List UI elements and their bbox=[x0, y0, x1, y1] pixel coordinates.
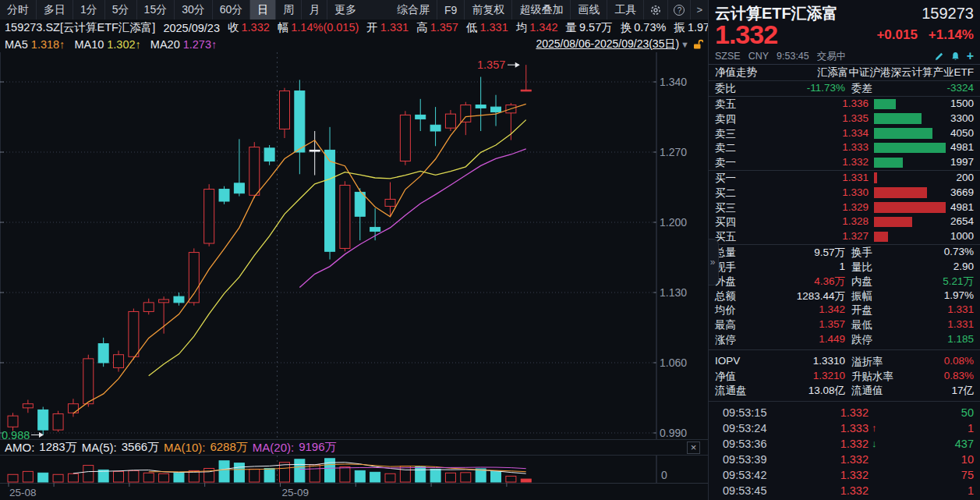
tab-15min[interactable]: 15分 bbox=[136, 0, 175, 20]
candlestick-svg: 1.3401.2701.2001.1301.0600.9901.3570.988 bbox=[0, 52, 708, 439]
menu-f9[interactable]: F9 bbox=[437, 0, 464, 20]
svg-text:1.357: 1.357 bbox=[477, 59, 505, 71]
tick-row: 09:53:421.33275 bbox=[709, 468, 980, 484]
tab-30min[interactable]: 30分 bbox=[174, 0, 212, 20]
volume-pane[interactable]: 0 bbox=[0, 456, 708, 483]
bid1-price[interactable]: 1.331 bbox=[798, 172, 869, 183]
add-plus-icon[interactable]: + bbox=[967, 51, 974, 61]
bid3-price[interactable]: 1.329 bbox=[798, 201, 869, 213]
volume-pair: 量9.57万 bbox=[566, 20, 613, 35]
bid-row-2[interactable]: 买二1.3303669 bbox=[709, 186, 980, 200]
alert-bell-icon[interactable] bbox=[950, 51, 961, 62]
tab-5min[interactable]: 5分 bbox=[104, 0, 136, 20]
stats-row: 外盘4.36万内盘5.21万 bbox=[709, 274, 980, 289]
dropdown-arrow-icon[interactable]: ▼ bbox=[681, 40, 689, 49]
menu-composite-screen[interactable]: 综合屏 bbox=[390, 0, 437, 20]
ask1-volume: 1997 bbox=[950, 156, 974, 168]
ask-row-3[interactable]: 卖三1.3344050 bbox=[709, 126, 980, 141]
edit-pencil-icon[interactable] bbox=[934, 51, 944, 62]
bid3-volume: 4981 bbox=[950, 201, 974, 213]
amplitude-pair: 振1.97% bbox=[674, 20, 708, 35]
menu-tools[interactable]: 工具 bbox=[607, 0, 643, 20]
volume-indicator-row: AMO: 1283万 MA(5): 3566万 MA(10): 6288万 MA… bbox=[0, 439, 708, 456]
stats-row: 最高1.357最低1.331 bbox=[709, 317, 980, 332]
ask-row-4[interactable]: 卖四1.3353300 bbox=[709, 112, 980, 126]
bid2-price[interactable]: 1.330 bbox=[798, 186, 869, 198]
float-row: 流通盘13.08亿流通值17亿 bbox=[709, 383, 980, 398]
date-range-selector[interactable]: 2025/08/06-2025/09/23(35日) bbox=[536, 37, 679, 51]
ask2-price[interactable]: 1.333 bbox=[798, 141, 869, 153]
bid-row-5[interactable]: 买五1.3271000 bbox=[709, 229, 980, 244]
bid5-price[interactable]: 1.327 bbox=[798, 230, 869, 242]
svg-text:1.130: 1.130 bbox=[660, 286, 687, 299]
avg-pair: 均1.342 bbox=[516, 20, 558, 35]
currency-label: CNY bbox=[748, 51, 769, 62]
bid-row-4[interactable]: 买四1.3282654 bbox=[709, 215, 980, 229]
bid-row-3[interactable]: 买三1.3294981 bbox=[709, 200, 980, 215]
nav-trend-label[interactable]: 净值走势 bbox=[715, 66, 757, 80]
svg-text:1.270: 1.270 bbox=[660, 146, 687, 158]
ask5-volume: 1500 bbox=[950, 98, 974, 109]
bid4-volume-bar bbox=[874, 217, 912, 228]
stats-row: 均价1.342开盘1.331 bbox=[709, 303, 980, 317]
low-pair: 低1.331 bbox=[466, 20, 508, 35]
tab-daily[interactable]: 日 bbox=[249, 0, 275, 20]
stats-row: 总额1283.44万振幅1.97% bbox=[709, 289, 980, 303]
bid-row-1[interactable]: 买一1.331200 bbox=[709, 171, 980, 186]
tab-60min[interactable]: 60分 bbox=[212, 0, 250, 20]
turnover-pair: 换0.73% bbox=[621, 20, 667, 35]
tab-duori[interactable]: 多日 bbox=[36, 0, 73, 20]
menu-draw-line[interactable]: 画线 bbox=[570, 0, 607, 20]
bid4-label: 买四 bbox=[715, 215, 736, 229]
change-pair: 幅1.14%(0.015) bbox=[278, 20, 359, 35]
chart-pane: 分时 多日 1分 5分 15分 30分 60分 日 周 月 更多 综合屏 F9 … bbox=[0, 0, 708, 500]
up-arrow-icon: ↑ bbox=[872, 422, 877, 434]
ma20-label: MA20 bbox=[150, 38, 180, 51]
ask4-price[interactable]: 1.335 bbox=[798, 112, 869, 124]
down-arrow-icon: ↓ bbox=[872, 438, 877, 449]
tab-more[interactable]: 更多 bbox=[327, 0, 363, 20]
settings-gear-icon[interactable] bbox=[643, 0, 667, 20]
bid2-label: 买二 bbox=[715, 186, 736, 200]
unlock-icon[interactable] bbox=[692, 39, 703, 50]
tick-row: 09:53:451.3321 bbox=[709, 484, 980, 499]
ask5-price[interactable]: 1.336 bbox=[798, 98, 869, 109]
stats-row: 涨停1.449跌停1.185 bbox=[709, 332, 980, 347]
ask1-price[interactable]: 1.332 bbox=[798, 156, 869, 168]
menu-super-overlay[interactable]: 超级叠加 bbox=[511, 0, 570, 20]
bid3-label: 买三 bbox=[715, 201, 736, 215]
help-icon[interactable]: ? bbox=[667, 0, 690, 20]
amo-value: 1283万 bbox=[39, 440, 76, 455]
main-candlestick-chart[interactable]: 1.3401.2701.2001.1301.0600.9901.3570.988 bbox=[0, 52, 708, 439]
ma20-value: 1.273↑ bbox=[183, 38, 218, 51]
svg-text:1.060: 1.060 bbox=[660, 356, 687, 369]
quote-time: 9:53:45 bbox=[777, 51, 809, 62]
symbol-label: 159273.SZ[云计算ETF汇添富] bbox=[5, 20, 155, 35]
bid4-price[interactable]: 1.328 bbox=[798, 215, 869, 227]
session-date: 2025/09/23 bbox=[163, 22, 220, 34]
ma5-label: MA5 bbox=[5, 38, 28, 51]
vol-ma10-value: 6288万 bbox=[210, 440, 247, 455]
chevron-right-icon[interactable]: > bbox=[690, 0, 708, 20]
iopv-row: IOPV1.3310溢折率0.08% bbox=[709, 354, 980, 369]
vol-ma20-label: MA(20): bbox=[253, 441, 294, 454]
tab-weekly[interactable]: 周 bbox=[275, 0, 301, 20]
tab-1min[interactable]: 1分 bbox=[73, 0, 104, 20]
ma10-label: MA10 bbox=[74, 38, 104, 51]
close-indicator-icon[interactable]: × bbox=[687, 441, 700, 454]
ask1-label: 卖一 bbox=[715, 156, 736, 170]
period-toolbar: 分时 多日 1分 5分 15分 30分 60分 日 周 月 更多 综合屏 F9 … bbox=[0, 0, 708, 20]
svg-text:0.988: 0.988 bbox=[2, 429, 30, 439]
open-pair: 开1.331 bbox=[366, 20, 409, 35]
ask3-price[interactable]: 1.334 bbox=[798, 127, 869, 139]
tab-fenshi[interactable]: 分时 bbox=[0, 0, 36, 20]
ask-row-2[interactable]: 卖二1.3334981 bbox=[709, 140, 980, 155]
ask-row-5[interactable]: 卖五1.3361500 bbox=[709, 97, 980, 112]
menu-forward-adjust[interactable]: 前复权 bbox=[464, 0, 511, 20]
fund-full-name: 汇添富中证沪港深云计算产业ETF bbox=[817, 66, 974, 80]
tick-trade-list[interactable]: 09:53:151.33250 09:53:241.333↑1 09:53:36… bbox=[709, 406, 980, 499]
panel-collapse-handle[interactable]: » bbox=[708, 239, 719, 285]
ask-row-1[interactable]: 卖一1.3321997 bbox=[709, 155, 980, 170]
tab-monthly[interactable]: 月 bbox=[301, 0, 327, 20]
vol-ma20-value: 9196万 bbox=[299, 440, 336, 455]
